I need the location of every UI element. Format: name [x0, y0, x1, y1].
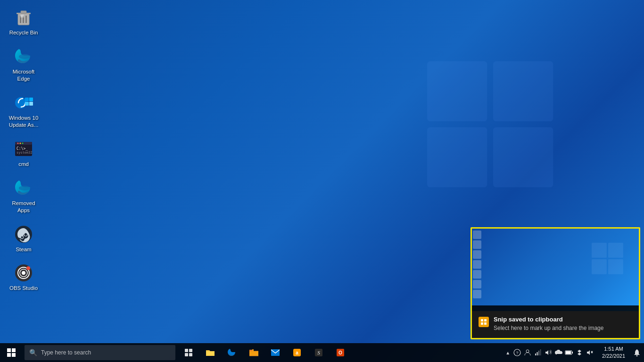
desktop-icon-steam[interactable]: Steam	[5, 222, 42, 256]
svg-rect-42	[189, 349, 192, 352]
file-explorer-button[interactable]	[200, 343, 221, 362]
desktop-icon-edge[interactable]: Microsoft Edge	[5, 44, 42, 85]
svg-rect-40	[12, 353, 16, 357]
tray-network-icon[interactable]	[533, 343, 543, 362]
desktop-icon-win-update[interactable]: Windows 10 Update As...	[5, 90, 42, 132]
clock-time: 1:51 AM	[604, 346, 623, 353]
svg-rect-37	[7, 348, 11, 352]
desktop-icon-cmd[interactable]: C:\>_ system32 cmd	[5, 136, 42, 171]
tray-dropbox-icon[interactable]	[575, 343, 584, 362]
svg-text:S: S	[317, 350, 320, 355]
taskbar: 🔍 Type here to search	[0, 343, 644, 362]
recycle-bin-label: Recycle Bin	[9, 29, 38, 36]
cmd-icon: C:\>_ system32	[14, 139, 33, 159]
svg-text:a: a	[296, 350, 298, 355]
svg-point-19	[17, 142, 19, 144]
svg-rect-57	[537, 352, 538, 355]
svg-point-21	[22, 142, 24, 144]
taskbar-office-button[interactable]: O	[330, 343, 351, 362]
notification-text: Snip saved to clipboard Select here to m…	[494, 316, 632, 332]
taskbar-search[interactable]: 🔍 Type here to search	[25, 345, 175, 360]
svg-rect-38	[12, 348, 16, 352]
svg-point-24	[19, 186, 30, 190]
tray-expand-button[interactable]: ▲	[504, 343, 512, 362]
desktop-icon-obs[interactable]: OBS Studio	[5, 260, 42, 295]
desktop-icon-removed-apps[interactable]: Removed Apps	[5, 175, 42, 217]
notification-popup[interactable]: Snip saved to clipboard Select here to m…	[471, 227, 640, 339]
mini-taskbar	[472, 305, 639, 311]
taskbar-clock[interactable]: 1:51 AM 2/22/2021	[597, 343, 630, 362]
desktop: Recycle Bin Microsoft Edge	[0, 0, 644, 362]
svg-text:C:\>_: C:\>_	[17, 147, 28, 151]
svg-rect-58	[538, 351, 539, 355]
svg-point-27	[21, 236, 24, 239]
taskbar-icons-area: a S O	[178, 343, 351, 362]
svg-rect-43	[185, 353, 188, 356]
svg-rect-34	[608, 243, 623, 258]
svg-point-65	[636, 355, 638, 357]
notification-title: Snip saved to clipboard	[494, 316, 632, 323]
svg-rect-13	[25, 98, 29, 101]
task-view-button[interactable]	[178, 343, 199, 362]
recycle-bin-icon	[14, 8, 33, 27]
removed-apps-icon	[14, 178, 33, 198]
svg-point-31	[22, 271, 25, 275]
cmd-label: cmd	[18, 161, 29, 168]
svg-point-32	[26, 266, 30, 270]
tray-person-icon[interactable]	[523, 343, 532, 362]
edge-label: Microsoft Edge	[7, 68, 41, 82]
svg-rect-56	[535, 354, 536, 355]
svg-text:O: O	[339, 350, 342, 355]
obs-label: OBS Studio	[9, 285, 38, 292]
steam-label: Steam	[16, 246, 31, 253]
svg-rect-45	[252, 349, 254, 351]
svg-point-55	[526, 350, 529, 353]
desktop-icon-recycle-bin[interactable]: Recycle Bin	[5, 5, 42, 39]
tray-speaker-icon[interactable]	[585, 343, 594, 362]
svg-rect-46	[271, 349, 280, 356]
svg-rect-39	[7, 353, 11, 357]
edge-icon	[14, 47, 33, 66]
taskbar-amazon-button[interactable]: a	[287, 343, 307, 362]
snip-icon	[479, 317, 489, 327]
notification-content: Snip saved to clipboard Select here to m…	[472, 311, 639, 338]
windows-update-icon	[14, 93, 33, 113]
svg-rect-1	[493, 61, 553, 121]
search-icon: 🔍	[29, 349, 37, 356]
svg-rect-62	[572, 352, 573, 354]
svg-rect-2	[427, 127, 487, 187]
svg-rect-33	[592, 243, 607, 258]
tray-onedrive-icon[interactable]	[554, 343, 563, 362]
mini-icons	[472, 229, 482, 311]
taskbar-yellow-folder-button[interactable]	[243, 343, 264, 362]
notification-center-button[interactable]	[630, 343, 644, 362]
svg-rect-61	[566, 351, 571, 354]
svg-text:system32: system32	[17, 151, 33, 155]
svg-rect-59	[540, 349, 541, 355]
svg-point-26	[24, 233, 27, 236]
tray-battery-icon[interactable]	[564, 343, 574, 362]
win-update-label: Windows 10 Update As...	[7, 115, 41, 129]
svg-rect-36	[608, 259, 623, 274]
taskbar-typeit-button[interactable]: S	[308, 343, 329, 362]
svg-rect-44	[189, 353, 192, 356]
svg-point-20	[20, 142, 21, 144]
svg-rect-41	[185, 349, 188, 352]
svg-rect-35	[592, 259, 607, 274]
svg-rect-9	[21, 11, 26, 13]
start-button[interactable]	[0, 343, 23, 362]
tray-volume-icon[interactable]	[544, 343, 553, 362]
svg-rect-3	[493, 127, 553, 187]
svg-rect-16	[29, 102, 33, 106]
desktop-icons-container: Recycle Bin Microsoft Edge	[5, 5, 42, 295]
windows-logo-watermark	[427, 61, 559, 193]
tray-help-icon[interactable]: ?	[512, 343, 522, 362]
notification-body: Select here to mark up and share the ima…	[494, 324, 632, 332]
removed-apps-label: Removed Apps	[7, 200, 41, 214]
taskbar-edge-button[interactable]	[222, 343, 242, 362]
steam-icon	[14, 224, 33, 244]
system-tray: ▲ ?	[501, 343, 597, 362]
svg-text:?: ?	[516, 351, 519, 355]
clock-date: 2/22/2021	[602, 353, 625, 360]
taskbar-mail-button[interactable]	[265, 343, 286, 362]
